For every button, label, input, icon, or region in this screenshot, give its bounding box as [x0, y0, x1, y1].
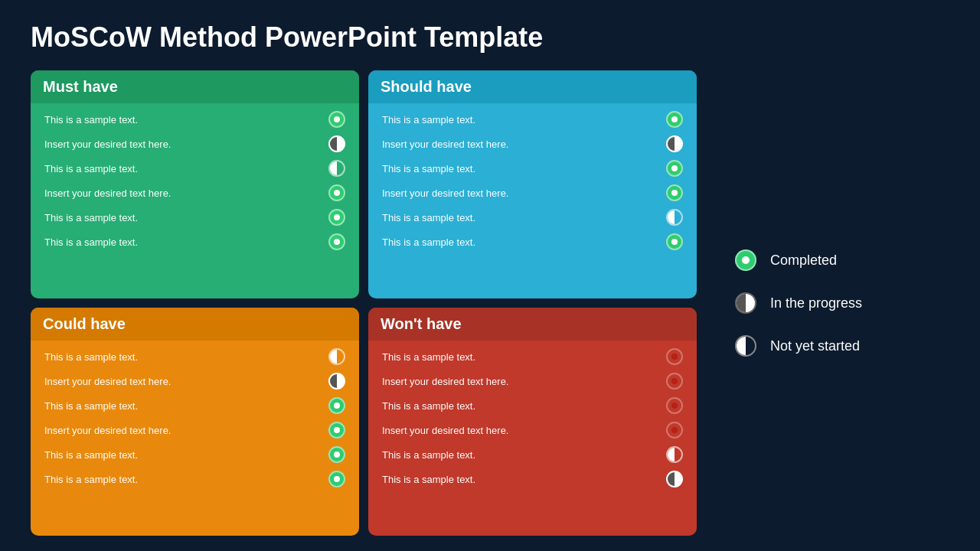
toggle-notstarted-icon	[666, 446, 683, 463]
card-wont-header: Won't have	[368, 308, 697, 341]
row-text: Insert your desired text here.	[382, 187, 508, 199]
row-text: This is a sample text.	[44, 474, 138, 485]
legend-item: In the progress	[735, 292, 949, 314]
toggle-completed-icon	[328, 209, 345, 226]
toggle-completed-icon	[666, 160, 683, 177]
card-wont-body: This is a sample text.Insert your desire…	[368, 341, 697, 536]
table-row: Insert your desired text here.	[40, 419, 350, 442]
toggle-completed-icon	[328, 446, 345, 463]
table-row: This is a sample text.	[40, 468, 350, 491]
legend: CompletedIn the progressNot yet started	[697, 70, 949, 536]
row-text: Insert your desired text here.	[382, 139, 508, 150]
row-text: This is a sample text.	[382, 163, 475, 174]
table-row: Insert your desired text here.	[40, 370, 350, 393]
card-should: Should have This is a sample text.Insert…	[368, 70, 697, 298]
card-must-body: This is a sample text.Insert your desire…	[31, 103, 359, 298]
card-must-header: Must have	[31, 70, 359, 103]
row-text: This is a sample text.	[382, 212, 475, 223]
row-text: This is a sample text.	[44, 236, 138, 248]
row-text: This is a sample text.	[382, 400, 475, 412]
quadrants: Must have This is a sample text.Insert y…	[31, 70, 697, 536]
legend-label: Not yet started	[770, 338, 860, 354]
table-row: Insert your desired text here.	[40, 132, 350, 155]
legend-inprogress-icon	[735, 292, 756, 314]
main-content: Must have This is a sample text.Insert y…	[31, 70, 949, 536]
row-text: Insert your desired text here.	[44, 425, 171, 436]
table-row: Insert your desired text here.	[377, 132, 688, 155]
toggle-inprogress-icon	[666, 135, 683, 152]
toggle-wont-inprogress-icon	[666, 471, 683, 487]
row-text: This is a sample text.	[44, 114, 138, 126]
table-row: This is a sample text.	[40, 394, 350, 417]
row-text: This is a sample text.	[44, 212, 138, 223]
legend-item: Not yet started	[735, 335, 949, 357]
page-title: MoSCoW Method PowerPoint Template	[31, 21, 949, 54]
toggle-wont-completed-icon	[666, 348, 683, 365]
table-row: This is a sample text.	[40, 230, 350, 253]
toggle-completed-icon	[666, 233, 683, 250]
toggle-completed-icon	[666, 111, 683, 128]
row-text: This is a sample text.	[44, 163, 138, 174]
row-text: This is a sample text.	[44, 351, 138, 363]
table-row: This is a sample text.	[377, 108, 688, 131]
card-wont: Won't have This is a sample text.Insert …	[368, 308, 697, 536]
card-could: Could have This is a sample text.Insert …	[31, 308, 359, 536]
legend-label: In the progress	[770, 295, 862, 311]
table-row: This is a sample text.	[377, 443, 688, 466]
table-row: This is a sample text.	[377, 206, 688, 229]
row-text: This is a sample text.	[382, 351, 475, 363]
row-text: This is a sample text.	[382, 474, 475, 485]
table-row: This is a sample text.	[40, 345, 350, 368]
row-text: This is a sample text.	[44, 449, 138, 461]
table-row: This is a sample text.	[377, 345, 688, 368]
toggle-notstarted-icon	[666, 209, 683, 226]
table-row: This is a sample text.	[377, 157, 688, 180]
table-row: Insert your desired text here.	[377, 370, 688, 393]
table-row: This is a sample text.	[40, 157, 350, 180]
toggle-completed-icon	[328, 397, 345, 414]
legend-notstarted-icon	[735, 335, 756, 357]
card-should-header: Should have	[368, 70, 697, 103]
table-row: This is a sample text.	[40, 443, 350, 466]
table-row: Insert your desired text here.	[377, 419, 688, 442]
toggle-inprogress-icon	[328, 373, 345, 390]
toggle-completed-icon	[328, 422, 345, 439]
legend-item: Completed	[735, 249, 949, 271]
legend-completed-icon	[735, 249, 756, 271]
row-text: Insert your desired text here.	[382, 376, 508, 387]
table-row: Insert your desired text here.	[377, 181, 688, 204]
toggle-inprogress-icon	[328, 135, 345, 152]
table-row: This is a sample text.	[377, 230, 688, 253]
table-row: This is a sample text.	[377, 394, 688, 417]
card-could-header: Could have	[31, 308, 359, 341]
toggle-notstarted-icon	[328, 160, 345, 177]
toggle-notstarted-icon	[328, 348, 345, 365]
card-should-body: This is a sample text.Insert your desire…	[368, 103, 697, 298]
card-must: Must have This is a sample text.Insert y…	[31, 70, 359, 298]
legend-label: Completed	[770, 253, 837, 269]
toggle-completed-icon	[328, 111, 345, 128]
card-could-body: This is a sample text.Insert your desire…	[31, 341, 359, 536]
table-row: This is a sample text.	[377, 468, 688, 491]
toggle-completed-icon	[328, 471, 345, 487]
table-row: Insert your desired text here.	[40, 181, 350, 204]
page: MoSCoW Method PowerPoint Template Must h…	[0, 0, 980, 551]
toggle-wont-completed-icon	[666, 397, 683, 414]
table-row: This is a sample text.	[40, 206, 350, 229]
row-text: Insert your desired text here.	[44, 376, 171, 387]
row-text: This is a sample text.	[382, 114, 475, 126]
row-text: Insert your desired text here.	[44, 187, 171, 199]
toggle-completed-icon	[666, 184, 683, 201]
row-text: This is a sample text.	[382, 236, 475, 248]
toggle-completed-icon	[328, 233, 345, 250]
toggle-completed-icon	[328, 184, 345, 201]
row-text: Insert your desired text here.	[44, 139, 171, 150]
row-text: This is a sample text.	[44, 400, 138, 412]
toggle-wont-completed-icon	[666, 373, 683, 390]
toggle-wont-completed-icon	[666, 422, 683, 439]
table-row: This is a sample text.	[40, 108, 350, 131]
row-text: This is a sample text.	[382, 449, 475, 461]
row-text: Insert your desired text here.	[382, 425, 508, 436]
